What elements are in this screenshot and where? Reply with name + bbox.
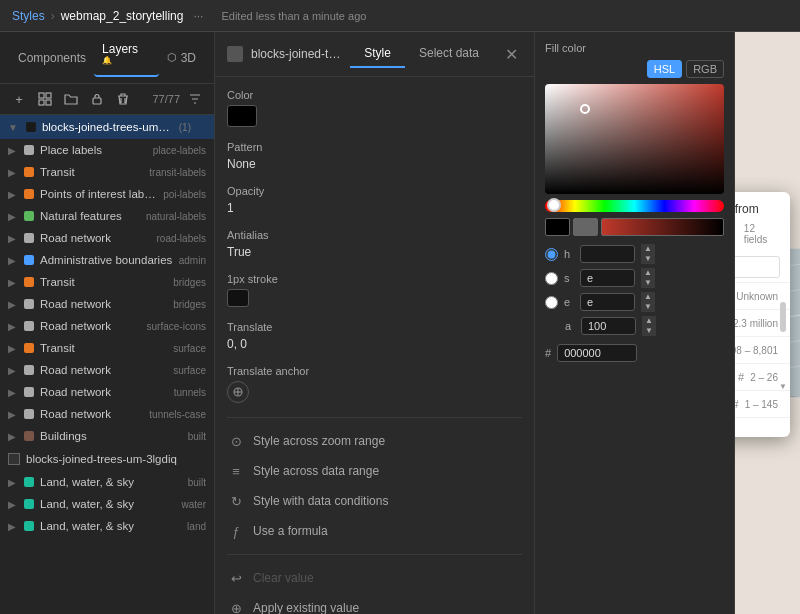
layer-item[interactable]: ▶ Road network road-labels <box>0 227 214 249</box>
chooser-scrollbar[interactable]: ▼ <box>780 272 786 392</box>
layer-item[interactable]: ▶ Road network tunnels <box>0 381 214 403</box>
layer-color-swatch <box>24 255 34 265</box>
apply-value-action[interactable]: ⊕ Apply existing value <box>227 593 522 614</box>
tab-layers[interactable]: Layers 🔔 <box>94 38 159 77</box>
data-chooser-popup: Choose a numeric data field from blocks_… <box>735 192 790 437</box>
map-name[interactable]: webmap_2_storytelling <box>61 9 184 23</box>
layer-item[interactable]: ▶ Transit surface <box>0 337 214 359</box>
stroke-color-swatch[interactable] <box>227 289 249 307</box>
layer-item-active[interactable]: ▼ blocks-joined-trees-um-3lgdiq (1) ⠿ <box>0 115 214 139</box>
layer-item[interactable]: ▶ Land, water, & sky land <box>0 515 214 537</box>
layer-item[interactable]: ▶ Buildings built <box>0 425 214 447</box>
l-increment[interactable]: ▲ <box>641 292 655 302</box>
s-input[interactable] <box>580 269 635 287</box>
h-radio[interactable] <box>545 248 558 261</box>
chooser-layer-tag: blocks_joined_trees-um-3lgdiq 12 fields <box>735 222 778 246</box>
chooser-layer-name[interactable]: blocks_joined_trees-um-3lgdiq <box>735 222 738 246</box>
layer-item[interactable]: ▶ Road network bridges <box>0 293 214 315</box>
field-row-tree-dbh[interactable]: tree_dbh_c # 1 – 145 <box>735 390 790 417</box>
style-data-conditions[interactable]: ↻ Style with data conditions <box>227 486 522 516</box>
h-decrement[interactable]: ▼ <box>641 254 655 264</box>
layer-color-swatch <box>24 233 34 243</box>
style-data-range[interactable]: ≡ Style across data range <box>227 456 522 486</box>
field-range: 1,540 – 2.3 million <box>735 318 778 329</box>
rgb-toggle-button[interactable]: RGB <box>686 60 724 78</box>
s-radio[interactable] <box>545 272 558 285</box>
filter-layers-button[interactable] <box>184 88 206 110</box>
tab-select-data[interactable]: Select data <box>405 40 493 68</box>
swatch-black[interactable] <box>545 218 570 236</box>
layer-item-polygon[interactable]: blocks-joined-trees-um-3lgdiq ⠿ <box>0 447 214 471</box>
layer-color-swatch <box>24 499 34 509</box>
hue-slider[interactable] <box>545 200 724 212</box>
h-increment[interactable]: ▲ <box>641 244 655 254</box>
tab-style[interactable]: Style <box>350 40 405 68</box>
svg-rect-4 <box>93 98 101 104</box>
h-input[interactable] <box>580 245 635 263</box>
layer-item[interactable]: ▶ Place labels place-labels <box>0 139 214 161</box>
style-content: Color Pattern None Opacity 1 Antialias T… <box>215 77 534 614</box>
hsl-toggle-button[interactable]: HSL <box>647 60 682 78</box>
panel-header: blocks-joined-trees-um-3l... Style Selec… <box>215 32 534 77</box>
hex-input[interactable] <box>557 344 637 362</box>
layer-color-swatch <box>24 145 34 155</box>
opacity-row: Opacity 1 <box>227 185 522 215</box>
layer-item[interactable]: ▶ Land, water, & sky built <box>0 471 214 493</box>
expand-icon: ▶ <box>8 233 16 244</box>
lock-button[interactable] <box>86 88 108 110</box>
layer-color-swatch <box>24 521 34 531</box>
layer-name: Transit <box>40 166 143 178</box>
layer-item[interactable]: ▶ Transit bridges <box>0 271 214 293</box>
styles-link[interactable]: Styles <box>12 9 45 23</box>
stroke-row: 1px stroke <box>227 273 522 307</box>
a-input[interactable] <box>581 317 636 335</box>
a-increment[interactable]: ▲ <box>642 316 656 326</box>
layer-name: Road network <box>40 386 168 398</box>
scroll-down[interactable]: ▼ <box>780 382 786 392</box>
style-formula[interactable]: ƒ Use a formula <box>227 516 522 546</box>
l-decrement[interactable]: ▼ <box>641 302 655 312</box>
a-decrement[interactable]: ▼ <box>642 326 656 336</box>
translate-anchor-icon[interactable] <box>227 381 249 403</box>
color-picker-panel: Fill color HSL RGB h ▲ <box>535 32 735 614</box>
layer-item[interactable]: ▶ Points of interest labels poi-labels <box>0 183 214 205</box>
color-gradient-picker[interactable] <box>545 84 724 194</box>
layer-item[interactable]: ▶ Natural features natural-labels <box>0 205 214 227</box>
s-increment[interactable]: ▲ <box>641 268 655 278</box>
search-input[interactable] <box>735 256 780 278</box>
map-area[interactable]: Edgewater BLOOMING Choose a numeric data… <box>735 32 800 614</box>
more-options-icon[interactable]: ··· <box>193 9 203 23</box>
add-layer-button[interactable]: + <box>8 88 30 110</box>
folder-button[interactable] <box>60 88 82 110</box>
layer-item[interactable]: ▶ Administrative boundaries admin <box>0 249 214 271</box>
s-decrement[interactable]: ▼ <box>641 278 655 288</box>
style-zoom-range[interactable]: ⊙ Style across zoom range <box>227 426 522 456</box>
layer-item[interactable]: ▶ Transit transit-labels <box>0 161 214 183</box>
layer-type: water <box>182 499 206 510</box>
close-panel-button[interactable]: ✕ <box>501 45 522 64</box>
layer-count: 77/77 <box>152 93 180 105</box>
svg-rect-0 <box>39 93 44 98</box>
group-layers-button[interactable] <box>34 88 56 110</box>
field-hash: # <box>738 371 744 383</box>
color-swatches <box>545 218 724 236</box>
field-range: 2 – 26 <box>750 372 778 383</box>
layer-item[interactable]: ▶ Road network surface <box>0 359 214 381</box>
layer-name: Land, water, & sky <box>40 520 181 532</box>
layer-color-swatch <box>24 321 34 331</box>
layer-item[interactable]: ▶ Land, water, & sky water <box>0 493 214 515</box>
layer-type: road-labels <box>157 233 206 244</box>
swatch-gradient[interactable] <box>601 218 724 236</box>
chooser-fields-count: 12 fields <box>744 223 778 245</box>
tab-3d[interactable]: ⬡ 3D <box>159 47 204 69</box>
swatch-gray[interactable] <box>573 218 598 236</box>
tab-components[interactable]: Components <box>10 47 94 69</box>
color-swatch[interactable] <box>227 105 257 127</box>
l-radio[interactable] <box>545 296 558 309</box>
l-input[interactable] <box>580 293 635 311</box>
delete-layer-button[interactable] <box>112 88 134 110</box>
layer-item[interactable]: ▶ Road network tunnels-case <box>0 403 214 425</box>
edited-status: Edited less than a minute ago <box>221 10 366 22</box>
layer-item[interactable]: ▶ Road network surface-icons <box>0 315 214 337</box>
translate-value: 0, 0 <box>227 337 522 351</box>
